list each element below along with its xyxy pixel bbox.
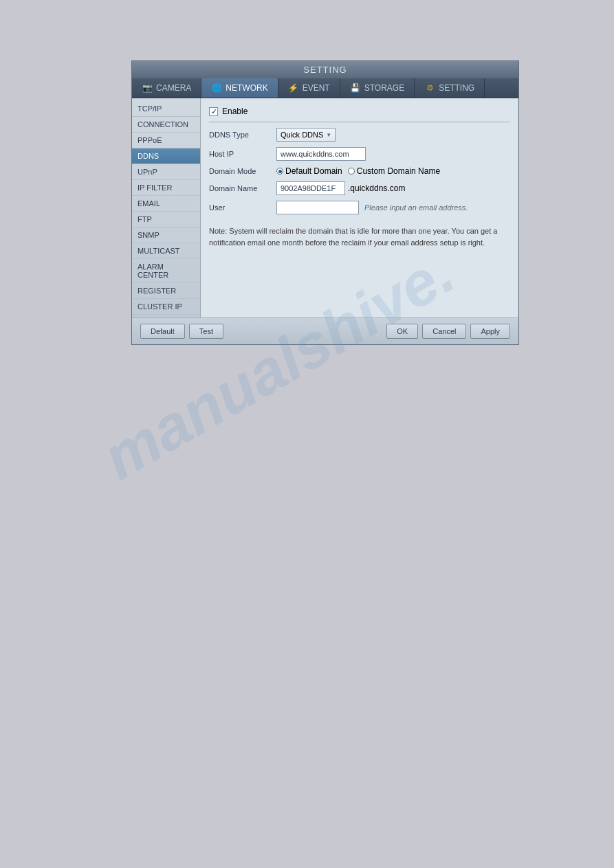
- domain-suffix: .quickddns.com: [348, 183, 405, 193]
- host-ip-input[interactable]: [276, 147, 366, 161]
- sidebar-item-clusterip[interactable]: CLUSTER IP: [132, 299, 200, 315]
- test-button[interactable]: Test: [189, 324, 223, 339]
- sidebar-item-ipfilter[interactable]: IP FILTER: [132, 180, 200, 196]
- dropdown-arrow-icon: ▼: [326, 132, 331, 138]
- network-icon: 🌐: [211, 82, 222, 93]
- host-ip-row: Host IP: [209, 147, 510, 161]
- tab-event[interactable]: ⚡ EVENT: [278, 78, 340, 98]
- tab-network-label: NETWORK: [226, 83, 267, 93]
- camera-icon: 📷: [142, 82, 153, 93]
- domain-name-input[interactable]: [276, 181, 345, 195]
- sidebar-item-tcpip[interactable]: TCP/IP: [132, 101, 200, 117]
- domain-mode-radio-group: Default Domain Custom Domain Name: [276, 166, 440, 176]
- tab-camera-label: CAMERA: [156, 83, 191, 93]
- sidebar-item-register[interactable]: REGISTER: [132, 283, 200, 299]
- tab-network[interactable]: 🌐 NETWORK: [201, 78, 278, 98]
- apply-button[interactable]: Apply: [470, 324, 510, 339]
- ok-button[interactable]: OK: [386, 324, 418, 339]
- domain-name-fields: .quickddns.com: [276, 181, 405, 195]
- sidebar-item-connection[interactable]: CONNECTION: [132, 117, 200, 133]
- note-box: Note: System will reclaim the domain tha…: [209, 225, 510, 248]
- radio-default-circle: [276, 168, 283, 175]
- sidebar-item-multicast[interactable]: MULTICAST: [132, 243, 200, 259]
- content-area: TCP/IP CONNECTION PPPoE DDNS UPnP IP FIL…: [132, 98, 518, 318]
- tab-event-label: EVENT: [303, 83, 330, 93]
- sidebar-item-ftp[interactable]: FTP: [132, 212, 200, 227]
- ddns-panel: Enable DDNS Type Quick DDNS ▼ Host IP Do…: [201, 98, 518, 318]
- domain-name-row: Domain Name .quickddns.com: [209, 181, 510, 195]
- default-button[interactable]: Default: [140, 324, 185, 339]
- setting-icon: ⚙: [424, 82, 435, 93]
- sidebar-item-email[interactable]: EMAIL: [132, 196, 200, 212]
- sidebar-item-pppoe[interactable]: PPPoE: [132, 133, 200, 148]
- window-title: SETTING: [303, 65, 347, 75]
- domain-mode-row: Domain Mode Default Domain Custom Domain…: [209, 166, 510, 176]
- sidebar: TCP/IP CONNECTION PPPoE DDNS UPnP IP FIL…: [132, 98, 201, 318]
- cancel-button[interactable]: Cancel: [422, 324, 466, 339]
- ddns-type-label: DDNS Type: [209, 131, 271, 139]
- sidebar-item-snmp[interactable]: SNMP: [132, 227, 200, 243]
- radio-custom-label: Custom Domain Name: [357, 166, 440, 176]
- domain-name-label: Domain Name: [209, 184, 271, 192]
- tab-setting[interactable]: ⚙ SETTING: [415, 78, 485, 98]
- tab-storage[interactable]: 💾 STORAGE: [340, 78, 415, 98]
- enable-checkbox[interactable]: [209, 107, 218, 116]
- ddns-type-value: Quick DDNS: [281, 131, 323, 139]
- user-label: User: [209, 203, 271, 212]
- event-icon: ⚡: [288, 82, 299, 93]
- radio-default-label: Default Domain: [285, 166, 342, 176]
- sidebar-item-upnp[interactable]: UPnP: [132, 164, 200, 180]
- user-hint: Please input an email address.: [364, 203, 468, 212]
- tab-storage-label: STORAGE: [364, 83, 404, 93]
- sidebar-item-ddns[interactable]: DDNS: [132, 148, 200, 164]
- ddns-type-dropdown[interactable]: Quick DDNS ▼: [276, 128, 336, 142]
- storage-icon: 💾: [350, 82, 361, 93]
- radio-default-domain[interactable]: Default Domain: [276, 166, 342, 176]
- radio-custom-circle: [348, 168, 355, 175]
- note-text: Note: System will reclaim the domain tha…: [209, 227, 497, 247]
- user-input[interactable]: [276, 201, 359, 214]
- enable-row: Enable: [209, 107, 510, 122]
- user-row: User Please input an email address.: [209, 201, 510, 214]
- host-ip-label: Host IP: [209, 150, 271, 158]
- radio-custom-domain[interactable]: Custom Domain Name: [348, 166, 440, 176]
- title-bar: SETTING: [132, 61, 518, 78]
- button-row: Default Test OK Cancel Apply: [132, 318, 518, 344]
- main-window: SETTING 📷 CAMERA 🌐 NETWORK ⚡ EVENT 💾 STO…: [131, 60, 519, 345]
- sidebar-item-alarmcenter[interactable]: ALARM CENTER: [132, 259, 200, 283]
- enable-label: Enable: [222, 107, 248, 116]
- tab-setting-label: SETTING: [439, 83, 474, 93]
- tab-camera[interactable]: 📷 CAMERA: [132, 78, 201, 98]
- domain-mode-label: Domain Mode: [209, 167, 271, 175]
- tab-bar: 📷 CAMERA 🌐 NETWORK ⚡ EVENT 💾 STORAGE ⚙ S…: [132, 78, 518, 98]
- ddns-type-row: DDNS Type Quick DDNS ▼: [209, 128, 510, 142]
